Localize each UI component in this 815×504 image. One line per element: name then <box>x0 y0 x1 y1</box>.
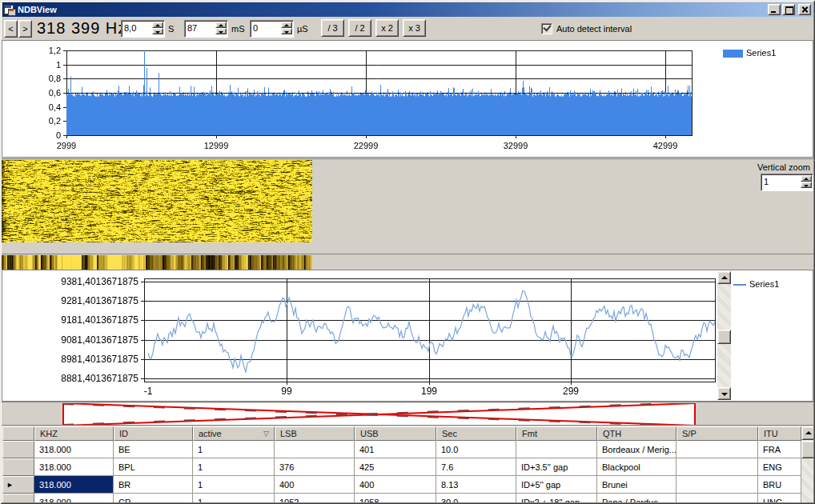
grid-cell[interactable]: 318.000 <box>34 441 114 458</box>
scroll-thumb[interactable] <box>717 330 731 344</box>
close-button[interactable] <box>798 4 811 15</box>
zoom-spin-up-button[interactable] <box>801 175 812 182</box>
seconds-spin-down-button[interactable] <box>152 28 163 34</box>
x-tick-label: -1 <box>124 386 172 397</box>
grid-cell[interactable]: HNG <box>758 494 801 502</box>
grid-cell[interactable]: 8.13 <box>436 476 516 494</box>
grid-cell[interactable]: 318.000 <box>34 458 114 476</box>
title-bar[interactable]: NDBView <box>2 2 813 17</box>
interval-seconds-input[interactable] <box>124 22 151 34</box>
maximize-button[interactable] <box>782 4 795 15</box>
grid-cell[interactable]: 400 <box>355 476 436 494</box>
prev-button[interactable]: < <box>4 20 18 38</box>
column-header-fmt[interactable]: Fmt <box>516 426 597 441</box>
grid-cell[interactable] <box>676 441 758 458</box>
grid-cell[interactable]: 425 <box>355 458 436 476</box>
grid-cell[interactable]: 1 <box>193 441 275 458</box>
y-tick-label: 9381,4013671875 <box>2 276 139 287</box>
x-tick-label: 32999 <box>492 140 540 151</box>
grid-cell[interactable]: 1 <box>193 494 275 502</box>
grid-cell[interactable]: 400 <box>275 476 355 494</box>
row-header[interactable] <box>2 441 34 458</box>
auto-detect-checkbox[interactable] <box>541 23 552 34</box>
grid-cell[interactable]: 30.0 <box>436 494 516 502</box>
grid-cell[interactable] <box>275 441 355 458</box>
grid-cell[interactable]: 1 <box>193 476 275 494</box>
grid-cell[interactable]: Bordeaux / Merig... <box>597 441 676 458</box>
grid-cell[interactable]: BE <box>114 441 193 458</box>
scroll-down-button[interactable] <box>717 387 731 400</box>
row-header[interactable] <box>2 458 34 476</box>
grid-cell[interactable] <box>676 476 758 494</box>
y-tick-label: 0,4 <box>2 102 61 113</box>
spin-up-icon <box>219 24 223 26</box>
multiply-by-3-button[interactable]: x 3 <box>403 19 426 37</box>
zoom-spin-down-button[interactable] <box>801 182 812 188</box>
grid-cell[interactable]: 1 <box>193 458 275 476</box>
grid-cell[interactable]: FRA <box>758 441 801 458</box>
grid-cell[interactable]: CP <box>114 494 193 502</box>
grid-cell[interactable]: IDx2 + 18'' gap <box>516 494 597 502</box>
grid-cell[interactable]: ID+5'' gap <box>516 476 597 494</box>
grid-cell[interactable]: 7.6 <box>436 458 516 476</box>
grid-cell[interactable] <box>676 458 758 476</box>
grid-cell[interactable]: BR <box>114 476 193 494</box>
grid-scroll-thumb[interactable] <box>801 441 813 458</box>
grid-cell[interactable]: BRU <box>758 476 801 494</box>
column-header-qth[interactable]: QTH <box>597 426 676 441</box>
millis-spin-up-button[interactable] <box>215 22 227 28</box>
divide-by-3-button[interactable]: / 3 <box>321 19 344 37</box>
grid-cell[interactable]: Blackpool <box>597 458 676 476</box>
multiply-by-2-button[interactable]: x 2 <box>375 19 399 37</box>
millis-spin-down-button[interactable] <box>215 28 227 34</box>
column-header-lsb[interactable]: LSB <box>275 426 355 441</box>
divide-by-2-button[interactable]: / 2 <box>348 19 371 37</box>
y-tick-label: 9181,4013671875 <box>2 314 139 326</box>
grid-scroll-up-button[interactable] <box>801 426 813 440</box>
interval-micros-input[interactable] <box>253 22 279 34</box>
chart-vertical-scrollbar[interactable] <box>717 271 731 400</box>
close-icon <box>801 6 808 13</box>
grid-cell[interactable]: 318.000 <box>34 476 114 494</box>
interval-millis-input[interactable] <box>187 22 214 34</box>
grid-cell[interactable]: Papa / Parduc <box>597 494 676 502</box>
spin-up-icon <box>804 178 809 180</box>
next-button[interactable]: > <box>18 20 32 38</box>
column-header-id[interactable]: ID <box>114 426 193 441</box>
grid-cell[interactable] <box>676 494 758 502</box>
column-header-sp[interactable]: S/P <box>676 426 758 441</box>
current-row-pointer-icon: ► <box>6 481 14 489</box>
grid-cell[interactable]: ENG <box>758 458 801 476</box>
window-title: NDBView <box>18 5 57 14</box>
grid-cell[interactable]: 1052 <box>275 494 355 502</box>
minimize-button[interactable] <box>768 4 781 15</box>
grid-cell[interactable]: 1058 <box>355 494 436 502</box>
grid-cell[interactable]: 376 <box>275 458 355 476</box>
frequency-display: 318 399 Hz <box>37 19 126 38</box>
seconds-spin-up-button[interactable] <box>152 22 163 28</box>
column-header-itu[interactable]: ITU <box>758 426 801 441</box>
row-header[interactable]: ► <box>2 476 34 494</box>
grid-cell[interactable]: 318.000 <box>34 494 114 502</box>
grid-vertical-scrollbar[interactable] <box>801 426 813 502</box>
column-header-usb[interactable]: USB <box>355 426 436 441</box>
micros-spin-up-button[interactable] <box>281 22 292 28</box>
grid-cell[interactable]: 10.0 <box>436 441 516 458</box>
grid-cell[interactable] <box>516 441 597 458</box>
y-tick-label: 1 <box>2 59 61 70</box>
column-header-active[interactable]: active▽ <box>193 426 275 441</box>
row-header[interactable] <box>2 494 34 502</box>
amplitude-chart-panel: Series1 00,20,40,60,811,2299912999229993… <box>2 40 813 158</box>
y-tick-label: 0,2 <box>2 115 61 126</box>
scroll-up-button[interactable] <box>717 271 731 284</box>
grid-cell[interactable]: Brunei <box>597 476 676 494</box>
grid-cell[interactable]: ID+3.5'' gap <box>516 458 597 476</box>
micros-spin-down-button[interactable] <box>281 28 292 34</box>
grid-cell[interactable]: BPL <box>114 458 193 476</box>
vertical-zoom-input[interactable] <box>764 176 799 187</box>
signal-overview-panel <box>2 402 813 425</box>
interval-seconds-spinner <box>121 20 165 38</box>
grid-cell[interactable]: 401 <box>355 441 436 458</box>
column-header-khz[interactable]: KHZ <box>34 426 114 441</box>
column-header-sec[interactable]: Sec <box>436 426 516 441</box>
